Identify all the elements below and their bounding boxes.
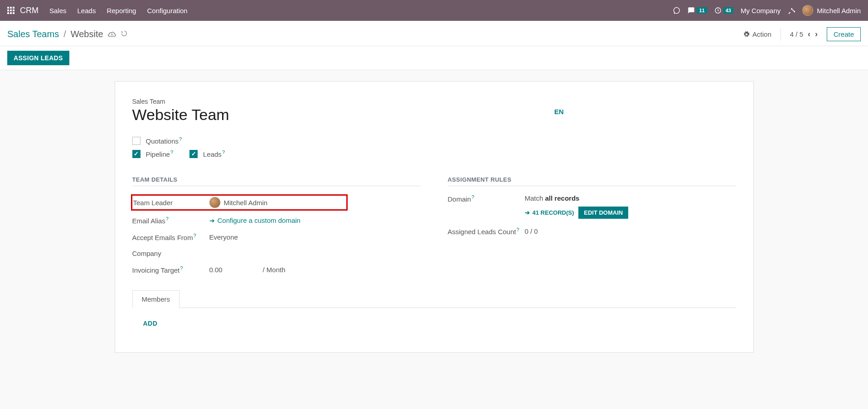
user-menu[interactable]: Mitchell Admin — [802, 5, 861, 16]
svg-rect-3 — [7, 10, 9, 11]
activities-icon[interactable]: 43 — [714, 7, 733, 14]
assignment-rules-group: ASSIGNMENT RULES Domain? Match all recor… — [448, 176, 736, 282]
svg-rect-6 — [7, 12, 9, 14]
translate-button[interactable]: EN — [554, 108, 564, 115]
user-name: Mitchell Admin — [817, 7, 861, 14]
nav-configuration[interactable]: Configuration — [147, 7, 187, 14]
arrow-right-icon — [209, 217, 215, 224]
checkbox-leads-label: Leads — [203, 150, 222, 158]
checkbox-leads[interactable]: Leads? — [189, 149, 225, 158]
domain-label: Domain — [448, 195, 471, 203]
checkbox-quotations[interactable]: Quotations? — [132, 136, 182, 145]
help-icon[interactable]: ? — [194, 233, 196, 238]
debug-icon[interactable] — [788, 7, 795, 14]
svg-rect-5 — [13, 10, 15, 11]
discard-icon[interactable] — [121, 30, 128, 39]
team-details-group: TEAM DETAILS Team Leader Mitchell Admin … — [132, 176, 421, 282]
checkbox-pipeline-label: Pipeline — [146, 150, 170, 158]
control-panel-right: Action 4 / 5 ‹ › Create — [743, 27, 861, 41]
status-bar: ASSIGN LEADS — [0, 46, 868, 70]
svg-rect-1 — [10, 7, 12, 9]
breadcrumb: Sales Teams / Website — [7, 29, 128, 39]
records-link[interactable]: 41 RECORD(S) — [525, 209, 574, 216]
add-button[interactable]: ADD — [143, 320, 725, 327]
app-brand[interactable]: CRM — [20, 6, 39, 15]
breadcrumb-current: Website — [71, 29, 103, 39]
invoicing-target-label: Invoicing Target — [132, 266, 180, 274]
svg-rect-0 — [7, 7, 9, 9]
action-menu[interactable]: Action — [743, 30, 771, 38]
svg-rect-8 — [13, 12, 15, 14]
support-icon[interactable] — [673, 7, 680, 14]
content-scroll[interactable]: Sales Team Website Team EN Quotations? P… — [0, 70, 868, 409]
help-icon[interactable]: ? — [179, 136, 182, 142]
checkbox-quotations-label: Quotations — [146, 137, 179, 145]
pager-text[interactable]: 4 / 5 — [790, 30, 803, 38]
checkbox-group: Quotations? Pipeline? Leads? — [132, 136, 736, 158]
group-title: ASSIGNMENT RULES — [448, 176, 736, 186]
nav-links: Sales Leads Reporting Configuration — [49, 7, 188, 14]
create-button[interactable]: Create — [827, 27, 861, 41]
svg-rect-2 — [13, 7, 15, 9]
nav-reporting[interactable]: Reporting — [107, 7, 136, 14]
assign-leads-button[interactable]: ASSIGN LEADS — [7, 51, 69, 65]
pager-prev-icon[interactable]: ‹ — [808, 29, 810, 39]
checkbox-pipeline[interactable]: Pipeline? — [132, 149, 174, 158]
accept-emails-label: Accept Emails From — [132, 234, 193, 241]
messages-badge: 11 — [697, 7, 707, 14]
pager: 4 / 5 ‹ › — [790, 29, 818, 39]
help-icon[interactable]: ? — [180, 265, 183, 271]
domain-match-text: Match all records — [525, 194, 629, 202]
messages-icon[interactable]: 11 — [688, 7, 707, 14]
assigned-leads-value: 0 / 0 — [525, 227, 538, 235]
email-alias-label: Email Alias — [132, 217, 165, 225]
title-field-label: Sales Team — [132, 98, 736, 105]
svg-rect-7 — [10, 12, 12, 14]
team-leader-label: Team Leader — [132, 199, 209, 207]
edit-domain-button[interactable]: EDIT DOMAIN — [578, 207, 628, 219]
help-icon[interactable]: ? — [516, 227, 519, 232]
activities-badge: 43 — [723, 7, 733, 14]
nav-leads[interactable]: Leads — [78, 7, 96, 14]
help-icon[interactable]: ? — [471, 194, 474, 200]
configure-domain-link[interactable]: Configure a custom domain — [209, 217, 301, 224]
title-field-value[interactable]: Website Team — [132, 106, 229, 124]
breadcrumb-separator: / — [63, 29, 66, 39]
assigned-leads-label: Assigned Leads Count — [448, 228, 516, 236]
notebook-tabs: Members — [132, 290, 736, 308]
form-sheet: Sales Team Website Team EN Quotations? P… — [115, 81, 754, 353]
accept-emails-field[interactable]: Everyone — [209, 233, 238, 241]
cloud-unsaved-icon[interactable] — [108, 30, 116, 38]
company-label: Company — [132, 250, 209, 257]
team-leader-highlight: Team Leader Mitchell Admin — [131, 194, 348, 211]
team-leader-value: Mitchell Admin — [224, 199, 268, 207]
avatar — [209, 197, 220, 208]
invoicing-unit: / Month — [263, 266, 286, 274]
action-label: Action — [752, 30, 771, 38]
checkbox-icon — [132, 137, 141, 145]
help-icon[interactable]: ? — [166, 216, 169, 221]
group-title: TEAM DETAILS — [132, 176, 421, 186]
help-icon[interactable]: ? — [222, 149, 225, 155]
breadcrumb-parent[interactable]: Sales Teams — [7, 29, 59, 39]
apps-icon[interactable] — [7, 7, 15, 14]
svg-rect-4 — [10, 10, 12, 11]
tab-members[interactable]: Members — [132, 290, 180, 308]
company-switcher[interactable]: My Company — [741, 7, 781, 14]
invoicing-target-field[interactable]: 0.00 / Month — [209, 266, 286, 274]
checkbox-checked-icon — [132, 150, 141, 158]
gear-icon — [743, 31, 750, 38]
avatar — [802, 5, 813, 16]
topbar: CRM Sales Leads Reporting Configuration … — [0, 0, 868, 21]
control-panel: Sales Teams / Website Action 4 / 5 ‹ › C… — [0, 21, 868, 46]
help-icon[interactable]: ? — [170, 149, 173, 155]
topbar-right: 11 43 My Company Mitchell Admin — [673, 5, 861, 16]
tab-content-members: ADD — [132, 308, 736, 339]
checkbox-checked-icon — [189, 150, 198, 158]
pager-next-icon[interactable]: › — [815, 29, 818, 39]
nav-sales[interactable]: Sales — [49, 7, 67, 14]
team-leader-field[interactable]: Mitchell Admin — [209, 197, 268, 208]
